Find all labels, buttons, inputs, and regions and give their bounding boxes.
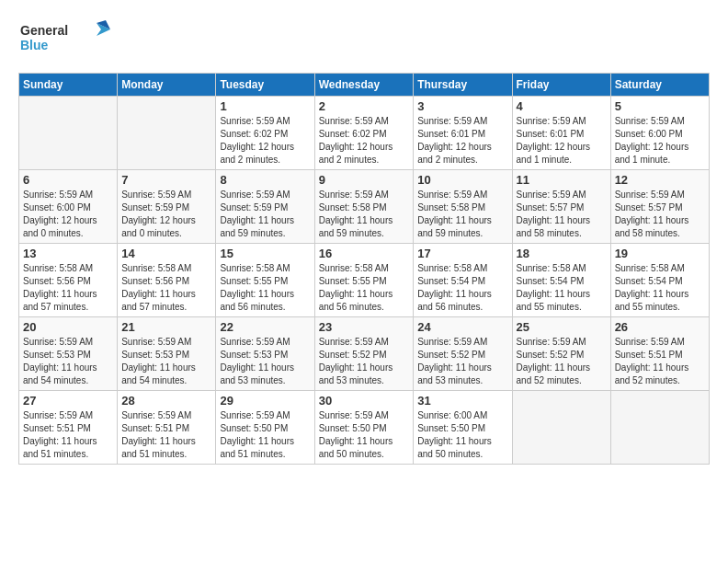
day-number: 9 — [319, 173, 410, 187]
calendar-day-cell: 19Sunrise: 5:58 AM Sunset: 5:54 PM Dayli… — [610, 244, 709, 317]
calendar-day-cell: 24Sunrise: 5:59 AM Sunset: 5:52 PM Dayli… — [414, 317, 512, 391]
calendar-day-cell — [610, 391, 709, 465]
svg-text:General: General — [20, 23, 68, 38]
day-info: Sunrise: 5:58 AM Sunset: 5:56 PM Dayligh… — [121, 262, 211, 314]
day-info: Sunrise: 5:59 AM Sunset: 5:57 PM Dayligh… — [517, 189, 607, 240]
day-number: 21 — [121, 320, 211, 334]
day-info: Sunrise: 5:59 AM Sunset: 5:53 PM Dayligh… — [121, 336, 211, 387]
day-number: 3 — [417, 99, 507, 113]
day-info: Sunrise: 5:58 AM Sunset: 5:54 PM Dayligh… — [417, 262, 507, 314]
day-info: Sunrise: 5:58 AM Sunset: 5:55 PM Dayligh… — [319, 262, 410, 314]
page: General Blue SundayMondayTuesdayWednesda… — [0, 0, 728, 474]
day-info: Sunrise: 5:59 AM Sunset: 5:52 PM Dayligh… — [417, 336, 507, 387]
day-number: 31 — [417, 394, 507, 408]
weekday-header-thursday: Thursday — [414, 74, 512, 97]
day-number: 2 — [319, 99, 410, 113]
calendar-day-cell: 28Sunrise: 5:59 AM Sunset: 5:51 PM Dayli… — [118, 391, 216, 465]
calendar-week-row: 27Sunrise: 5:59 AM Sunset: 5:51 PM Dayli… — [19, 391, 710, 465]
day-info: Sunrise: 5:59 AM Sunset: 6:02 PM Dayligh… — [319, 115, 410, 167]
header: General Blue — [18, 18, 710, 63]
day-info: Sunrise: 6:00 AM Sunset: 5:50 PM Dayligh… — [417, 409, 507, 461]
day-number: 18 — [517, 247, 607, 260]
day-number: 8 — [220, 173, 310, 187]
calendar-day-cell: 6Sunrise: 5:59 AM Sunset: 6:00 PM Daylig… — [19, 170, 118, 244]
day-number: 25 — [517, 320, 607, 334]
calendar-day-cell: 8Sunrise: 5:59 AM Sunset: 5:59 PM Daylig… — [216, 170, 314, 244]
calendar-day-cell: 11Sunrise: 5:59 AM Sunset: 5:57 PM Dayli… — [512, 170, 610, 244]
day-number: 12 — [615, 173, 705, 187]
weekday-header-saturday: Saturday — [610, 74, 709, 97]
calendar-day-cell: 23Sunrise: 5:59 AM Sunset: 5:52 PM Dayli… — [314, 317, 414, 391]
calendar-day-cell: 20Sunrise: 5:59 AM Sunset: 5:53 PM Dayli… — [19, 317, 118, 391]
weekday-header-tuesday: Tuesday — [216, 74, 314, 97]
day-number: 7 — [121, 173, 211, 187]
calendar-day-cell: 10Sunrise: 5:59 AM Sunset: 5:58 PM Dayli… — [414, 170, 512, 244]
calendar-day-cell — [118, 97, 216, 170]
day-info: Sunrise: 5:58 AM Sunset: 5:55 PM Dayligh… — [220, 262, 310, 314]
calendar-day-cell: 31Sunrise: 6:00 AM Sunset: 5:50 PM Dayli… — [414, 391, 512, 465]
day-number: 6 — [23, 173, 113, 187]
calendar-day-cell: 12Sunrise: 5:59 AM Sunset: 5:57 PM Dayli… — [610, 170, 709, 244]
day-info: Sunrise: 5:59 AM Sunset: 6:02 PM Dayligh… — [220, 115, 310, 167]
calendar-header-row: SundayMondayTuesdayWednesdayThursdayFrid… — [19, 74, 710, 97]
day-info: Sunrise: 5:59 AM Sunset: 5:50 PM Dayligh… — [319, 409, 410, 461]
day-number: 11 — [517, 173, 607, 187]
day-info: Sunrise: 5:59 AM Sunset: 5:51 PM Dayligh… — [121, 409, 211, 461]
calendar-day-cell: 21Sunrise: 5:59 AM Sunset: 5:53 PM Dayli… — [118, 317, 216, 391]
day-number: 27 — [23, 394, 113, 408]
logo: General Blue — [18, 18, 110, 63]
day-info: Sunrise: 5:58 AM Sunset: 5:56 PM Dayligh… — [23, 262, 113, 314]
calendar-day-cell: 25Sunrise: 5:59 AM Sunset: 5:52 PM Dayli… — [512, 317, 610, 391]
logo-text: General Blue — [18, 18, 110, 63]
calendar-week-row: 1Sunrise: 5:59 AM Sunset: 6:02 PM Daylig… — [19, 97, 710, 170]
calendar-day-cell — [19, 97, 118, 170]
day-number: 4 — [517, 99, 607, 113]
calendar-day-cell — [512, 391, 610, 465]
calendar-day-cell: 4Sunrise: 5:59 AM Sunset: 6:01 PM Daylig… — [512, 97, 610, 170]
day-info: Sunrise: 5:59 AM Sunset: 5:52 PM Dayligh… — [517, 336, 607, 387]
weekday-header-sunday: Sunday — [19, 74, 118, 97]
day-info: Sunrise: 5:59 AM Sunset: 5:58 PM Dayligh… — [319, 189, 410, 240]
calendar-week-row: 13Sunrise: 5:58 AM Sunset: 5:56 PM Dayli… — [19, 244, 710, 317]
calendar-day-cell: 18Sunrise: 5:58 AM Sunset: 5:54 PM Dayli… — [512, 244, 610, 317]
calendar-day-cell: 26Sunrise: 5:59 AM Sunset: 5:51 PM Dayli… — [610, 317, 709, 391]
day-number: 20 — [23, 320, 113, 334]
day-info: Sunrise: 5:59 AM Sunset: 5:58 PM Dayligh… — [417, 189, 507, 240]
calendar-day-cell: 15Sunrise: 5:58 AM Sunset: 5:55 PM Dayli… — [216, 244, 314, 317]
calendar-day-cell: 9Sunrise: 5:59 AM Sunset: 5:58 PM Daylig… — [314, 170, 414, 244]
day-number: 10 — [417, 173, 507, 187]
weekday-header-monday: Monday — [118, 74, 216, 97]
day-number: 17 — [417, 247, 507, 260]
calendar-day-cell: 3Sunrise: 5:59 AM Sunset: 6:01 PM Daylig… — [414, 97, 512, 170]
calendar-day-cell: 2Sunrise: 5:59 AM Sunset: 6:02 PM Daylig… — [314, 97, 414, 170]
day-number: 23 — [319, 320, 410, 334]
day-info: Sunrise: 5:59 AM Sunset: 5:59 PM Dayligh… — [121, 189, 211, 240]
day-number: 26 — [615, 320, 705, 334]
calendar-day-cell: 17Sunrise: 5:58 AM Sunset: 5:54 PM Dayli… — [414, 244, 512, 317]
calendar-day-cell: 29Sunrise: 5:59 AM Sunset: 5:50 PM Dayli… — [216, 391, 314, 465]
calendar-day-cell: 30Sunrise: 5:59 AM Sunset: 5:50 PM Dayli… — [314, 391, 414, 465]
day-info: Sunrise: 5:59 AM Sunset: 5:50 PM Dayligh… — [220, 409, 310, 461]
weekday-header-wednesday: Wednesday — [314, 74, 414, 97]
day-number: 5 — [615, 99, 705, 113]
day-info: Sunrise: 5:59 AM Sunset: 5:57 PM Dayligh… — [615, 189, 705, 240]
day-number: 1 — [220, 99, 310, 113]
weekday-header-friday: Friday — [512, 74, 610, 97]
day-info: Sunrise: 5:59 AM Sunset: 5:51 PM Dayligh… — [23, 409, 113, 461]
day-number: 29 — [220, 394, 310, 408]
calendar-day-cell: 22Sunrise: 5:59 AM Sunset: 5:53 PM Dayli… — [216, 317, 314, 391]
day-info: Sunrise: 5:59 AM Sunset: 5:53 PM Dayligh… — [23, 336, 113, 387]
calendar-week-row: 6Sunrise: 5:59 AM Sunset: 6:00 PM Daylig… — [19, 170, 710, 244]
calendar: SundayMondayTuesdayWednesdayThursdayFrid… — [18, 73, 710, 465]
day-number: 24 — [417, 320, 507, 334]
day-info: Sunrise: 5:59 AM Sunset: 6:00 PM Dayligh… — [23, 189, 113, 240]
day-number: 22 — [220, 320, 310, 334]
calendar-day-cell: 16Sunrise: 5:58 AM Sunset: 5:55 PM Dayli… — [314, 244, 414, 317]
svg-text:Blue: Blue — [20, 38, 49, 52]
calendar-day-cell: 13Sunrise: 5:58 AM Sunset: 5:56 PM Dayli… — [19, 244, 118, 317]
calendar-day-cell: 14Sunrise: 5:58 AM Sunset: 5:56 PM Dayli… — [118, 244, 216, 317]
calendar-day-cell: 5Sunrise: 5:59 AM Sunset: 6:00 PM Daylig… — [610, 97, 709, 170]
calendar-day-cell: 1Sunrise: 5:59 AM Sunset: 6:02 PM Daylig… — [216, 97, 314, 170]
calendar-day-cell: 27Sunrise: 5:59 AM Sunset: 5:51 PM Dayli… — [19, 391, 118, 465]
day-info: Sunrise: 5:59 AM Sunset: 5:52 PM Dayligh… — [319, 336, 410, 387]
